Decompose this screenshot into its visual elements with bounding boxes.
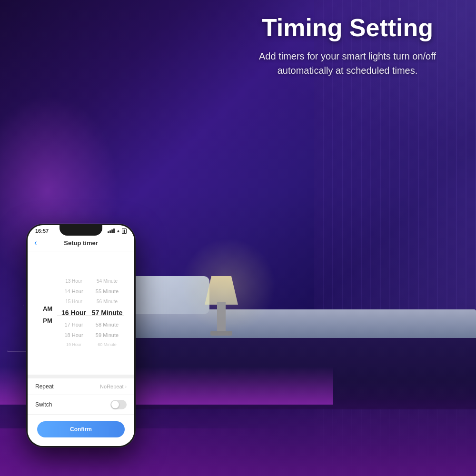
ampm-item-empty-above2 [38, 299, 57, 303]
switch-row[interactable]: Switch [28, 395, 134, 415]
hour-item-4[interactable]: 18 Hour [57, 330, 90, 340]
hours-column[interactable]: 13 Hour 14 Hour 15 Hour 16 Hour 17 Hour … [57, 276, 90, 350]
hour-item-3[interactable]: 17 Hour [57, 319, 90, 330]
top-text-container: Timing Setting Add timers for your smart… [233, 14, 462, 78]
wifi-icon: ▲ [116, 228, 120, 233]
timer-picker[interactable]: AM PM 13 Hour 14 Hour 15 Hour 16 Hour 17… [28, 251, 134, 375]
ampm-item-pm[interactable]: PM [38, 315, 57, 327]
settings-section: Repeat NoRepeat › Switch [28, 375, 134, 415]
ampm-item-empty-below [38, 327, 57, 330]
minute-item-4[interactable]: 59 Minute [90, 330, 124, 340]
repeat-row[interactable]: Repeat NoRepeat › [28, 378, 134, 395]
back-button[interactable]: ‹ [34, 238, 37, 247]
hour-item-1[interactable]: 14 Hour [57, 286, 90, 297]
battery-icon: ▮ [122, 228, 127, 234]
phone-screen: 16:57 ▲ ▮ ‹ Setup timer [28, 225, 134, 446]
page-subtitle: Add timers for your smart lights turn on… [233, 49, 462, 78]
minute-item-3[interactable]: 58 Minute [90, 319, 124, 330]
picker-divider-hours [57, 302, 90, 316]
repeat-label: Repeat [35, 383, 54, 390]
subtitle-line1: Add timers for your smart lights turn on… [259, 51, 436, 61]
repeat-value-text: NoRepeat [100, 384, 124, 389]
confirm-section: Confirm [28, 415, 134, 446]
toggle-knob [111, 401, 119, 408]
app-header: ‹ Setup timer [28, 235, 134, 251]
phone-mockup: 16:57 ▲ ▮ ‹ Setup timer [26, 224, 136, 447]
confirm-button[interactable]: Confirm [37, 421, 125, 437]
subtitle-line2: automatically at scheduled times. [278, 65, 418, 76]
minute-item-1[interactable]: 55 Minute [90, 286, 124, 297]
page-title: Timing Setting [233, 14, 462, 41]
repeat-chevron-icon: › [125, 384, 127, 389]
hour-item-5[interactable]: 19 Hour [57, 340, 90, 350]
ampm-column[interactable]: AM PM [38, 296, 57, 331]
hour-item-0[interactable]: 13 Hour [57, 276, 90, 286]
ampm-item-empty-above [38, 296, 57, 299]
status-icons: ▲ ▮ [108, 228, 127, 234]
picker-columns: AM PM 13 Hour 14 Hour 15 Hour 16 Hour 17… [28, 251, 134, 375]
signal-icon [108, 228, 115, 233]
minute-item-5[interactable]: 60 Minute [90, 340, 124, 350]
app-screen-title: Setup timer [64, 239, 98, 247]
switch-label: Switch [35, 401, 52, 408]
status-time: 16:57 [35, 228, 49, 234]
picker-divider-minutes [90, 302, 124, 316]
switch-toggle[interactable] [110, 400, 127, 409]
ampm-item-am[interactable]: AM [38, 303, 57, 315]
phone-notch [60, 225, 102, 236]
minutes-column[interactable]: 54 Minute 55 Minute 56 Minute 57 Minute … [90, 276, 124, 350]
phone-frame: 16:57 ▲ ▮ ‹ Setup timer [26, 224, 136, 447]
repeat-value: NoRepeat › [100, 384, 127, 389]
minute-item-0[interactable]: 54 Minute [90, 276, 124, 286]
